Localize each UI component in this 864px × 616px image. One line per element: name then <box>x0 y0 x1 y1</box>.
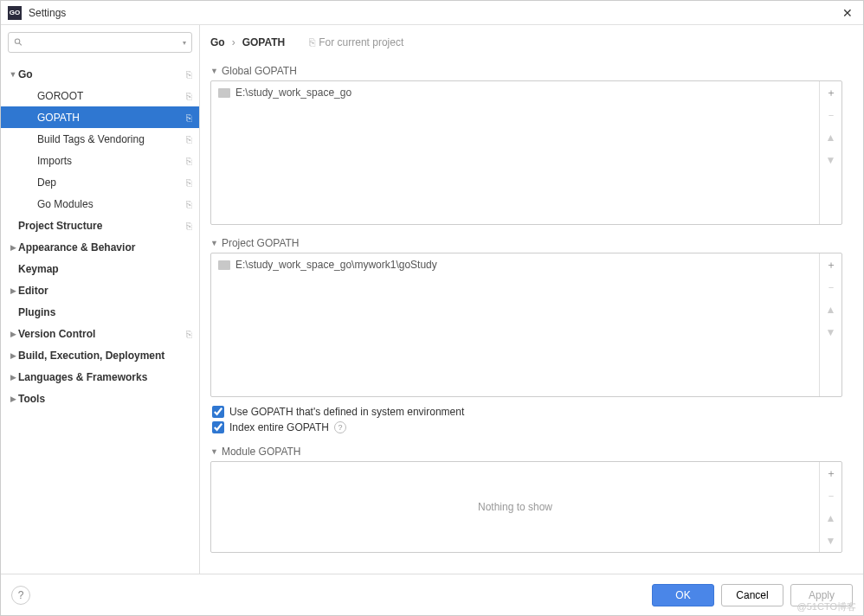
sidebar-item-label: Editor <box>18 285 192 297</box>
folder-icon <box>218 260 230 270</box>
checkbox-label: Index entire GOPATH <box>229 421 329 433</box>
global-gopath-panel: E:\study_work_space_go ＋ － ▲ ▼ <box>210 80 842 225</box>
move-up-button[interactable]: ▲ <box>820 126 841 149</box>
expand-icon: ▶ <box>8 395 18 403</box>
project-gopath-list[interactable]: E:\study_work_space_go\mywork1\goStudy <box>211 253 819 396</box>
sidebar-item-keymap[interactable]: Keymap <box>1 258 199 279</box>
sidebar-item-label: Plugins <box>18 306 192 318</box>
svg-line-1 <box>19 43 22 46</box>
copy-icon: ⎘ <box>186 91 192 101</box>
sidebar-item-goroot[interactable]: GOROOT⎘ <box>1 85 199 106</box>
expand-icon: ▼ <box>8 70 18 79</box>
sidebar-item-go[interactable]: ▼Go⎘ <box>1 63 199 85</box>
sidebar-item-version-control[interactable]: ▶Version Control⎘ <box>1 323 199 344</box>
collapse-icon: ▼ <box>210 67 218 75</box>
breadcrumb-separator: › <box>232 36 235 48</box>
list-item[interactable]: E:\study_work_space_go\mywork1\goStudy <box>211 253 819 276</box>
add-button[interactable]: ＋ <box>820 81 841 104</box>
sidebar-item-languages-frameworks[interactable]: ▶Languages & Frameworks <box>1 366 199 388</box>
sidebar-item-build-tags-vendoring[interactable]: Build Tags & Vendoring⎘ <box>1 128 199 150</box>
sidebar-item-build-execution-deployment[interactable]: ▶Build, Execution, Deployment <box>1 344 199 366</box>
move-down-button[interactable]: ▼ <box>820 321 841 343</box>
move-up-button[interactable]: ▲ <box>820 298 841 321</box>
move-down-button[interactable]: ▼ <box>820 529 841 552</box>
add-button[interactable]: ＋ <box>820 253 841 276</box>
add-button[interactable]: ＋ <box>820 462 841 484</box>
project-gopath-header[interactable]: ▼ Project GOPATH <box>210 237 842 249</box>
ok-button[interactable]: OK <box>652 584 714 606</box>
copy-icon: ⎘ <box>186 329 192 339</box>
sidebar-item-label: Go <box>18 68 186 80</box>
remove-button[interactable]: － <box>820 484 841 507</box>
sidebar-item-label: Tools <box>18 393 192 405</box>
sidebar-item-editor[interactable]: ▶Editor <box>1 279 199 301</box>
sidebar-item-label: Dep <box>37 176 186 189</box>
global-gopath-list[interactable]: E:\study_work_space_go <box>211 81 819 224</box>
sidebar-item-dep[interactable]: Dep⎘ <box>1 171 199 193</box>
sidebar-item-label: Languages & Frameworks <box>18 371 192 383</box>
collapse-icon: ▼ <box>210 447 218 456</box>
search-input[interactable] <box>27 36 183 48</box>
dialog-footer: ? OK Cancel Apply <box>1 574 863 615</box>
apply-button[interactable]: Apply <box>790 584 853 606</box>
sidebar-item-label: Build, Execution, Deployment <box>18 350 192 362</box>
close-icon[interactable]: ✕ <box>839 4 856 22</box>
sidebar-item-go-modules[interactable]: Go Modules⎘ <box>1 193 199 215</box>
copy-icon: ⎘ <box>186 199 192 209</box>
sidebar-item-project-structure[interactable]: Project Structure⎘ <box>1 215 199 236</box>
main-panel: Go › GOPATH ⎘ For current project ▼ Glob… <box>200 25 863 574</box>
use-system-gopath-checkbox[interactable] <box>212 406 224 418</box>
sidebar-item-plugins[interactable]: Plugins <box>1 301 199 323</box>
index-entire-gopath-row: Index entire GOPATH ? <box>212 421 842 433</box>
svg-point-0 <box>15 39 19 43</box>
search-icon <box>14 37 23 48</box>
index-entire-gopath-checkbox[interactable] <box>212 421 224 433</box>
sidebar-item-imports[interactable]: Imports⎘ <box>1 150 199 171</box>
sidebar-item-appearance-behavior[interactable]: ▶Appearance & Behavior <box>1 236 199 258</box>
list-item[interactable]: E:\study_work_space_go <box>211 81 819 104</box>
copy-icon: ⎘ <box>186 69 192 80</box>
use-system-gopath-row: Use GOPATH that's defined in system envi… <box>212 406 842 418</box>
window-title: Settings <box>29 7 839 19</box>
module-gopath-header[interactable]: ▼ Module GOPATH <box>210 446 842 458</box>
move-up-button[interactable]: ▲ <box>820 507 841 529</box>
settings-dialog: GO Settings ✕ ▾ ▼Go⎘GOROOT⎘GOPATH⎘Build … <box>0 0 864 616</box>
titlebar: GO Settings ✕ <box>1 1 863 25</box>
sidebar-item-label: Project Structure <box>18 220 186 232</box>
project-gopath-controls: ＋ － ▲ ▼ <box>819 253 841 396</box>
sidebar-item-label: Build Tags & Vendoring <box>37 133 186 145</box>
copy-icon: ⎘ <box>186 156 192 166</box>
breadcrumb-current: GOPATH <box>242 36 286 48</box>
help-button[interactable]: ? <box>11 586 30 605</box>
expand-icon: ▶ <box>8 351 18 360</box>
copy-icon: ⎘ <box>186 177 192 188</box>
project-gopath-panel: E:\study_work_space_go\mywork1\goStudy ＋… <box>210 253 842 397</box>
module-gopath-controls: ＋ － ▲ ▼ <box>819 462 841 552</box>
app-icon: GO <box>8 6 22 20</box>
copy-icon: ⎘ <box>186 221 192 231</box>
breadcrumb-parent[interactable]: Go <box>210 36 225 48</box>
sidebar-item-label: Version Control <box>18 328 186 340</box>
copy-icon: ⎘ <box>186 134 192 144</box>
sidebar-item-gopath[interactable]: GOPATH⎘ <box>1 106 199 128</box>
sidebar-item-tools[interactable]: ▶Tools <box>1 388 199 409</box>
search-dropdown-icon[interactable]: ▾ <box>183 39 186 47</box>
cancel-button[interactable]: Cancel <box>721 584 783 606</box>
remove-button[interactable]: － <box>820 276 841 298</box>
collapse-icon: ▼ <box>210 239 218 247</box>
path-text: E:\study_work_space_go\mywork1\goStudy <box>235 259 437 271</box>
section-title: Global GOPATH <box>222 65 297 77</box>
search-input-wrapper[interactable]: ▾ <box>8 32 192 53</box>
sidebar-item-label: GOPATH <box>37 112 186 124</box>
remove-button[interactable]: － <box>820 104 841 126</box>
path-text: E:\study_work_space_go <box>235 87 351 99</box>
global-gopath-header[interactable]: ▼ Global GOPATH <box>210 65 842 77</box>
folder-icon <box>218 88 230 98</box>
checkbox-label: Use GOPATH that's defined in system envi… <box>229 406 464 418</box>
expand-icon: ▶ <box>8 330 18 338</box>
module-gopath-list[interactable]: Nothing to show <box>211 462 819 552</box>
sidebar-item-label: Appearance & Behavior <box>18 241 192 253</box>
help-icon[interactable]: ? <box>334 421 346 433</box>
content-area: ▼ Global GOPATH E:\study_work_space_go ＋… <box>200 60 863 574</box>
move-down-button[interactable]: ▼ <box>820 149 841 171</box>
